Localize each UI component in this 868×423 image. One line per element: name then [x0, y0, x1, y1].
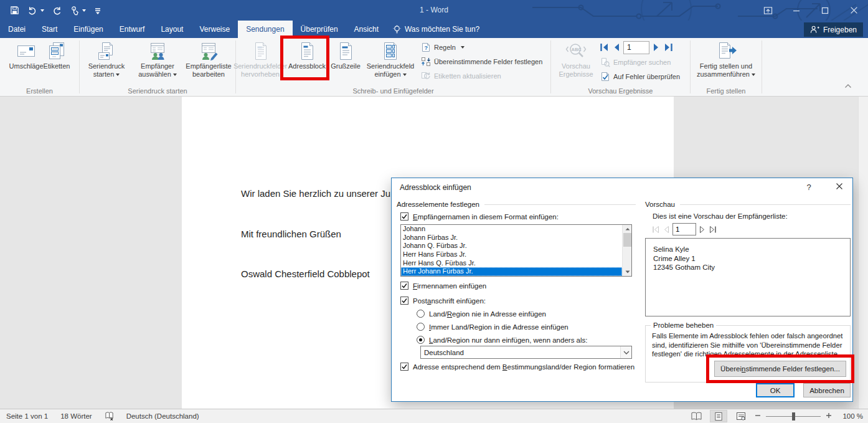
tab-entwurf[interactable]: Entwurf — [111, 21, 153, 38]
highlight-merge-fields-icon — [250, 40, 270, 62]
previous-record-icon[interactable] — [612, 42, 620, 52]
etiketten-button[interactable]: Etiketten — [44, 38, 70, 70]
list-item[interactable]: Johann Fürbas Jr. — [401, 234, 622, 242]
envelope-icon — [16, 40, 36, 62]
page-indicator[interactable]: Seite 1 von 1 — [6, 412, 48, 420]
list-item[interactable]: Johann Q. Fürbas Jr. — [401, 242, 622, 250]
uebereinstimmende-felder-festlegen-button[interactable]: Übereinstimmende Felder festlegen... — [714, 361, 846, 377]
ok-button[interactable]: OK — [756, 383, 795, 397]
zoom-slider[interactable] — [766, 410, 821, 422]
preview-record-input[interactable] — [672, 223, 696, 235]
customize-quick-access-button[interactable] — [94, 6, 101, 15]
tab-verweise[interactable]: Verweise — [191, 21, 238, 38]
radio-land-nie[interactable]: Land/Region nie in Adresse einfügen — [417, 310, 546, 318]
title-bar: 1 - Word — [0, 0, 868, 21]
close-button[interactable] — [839, 0, 868, 21]
dropdown-caret-icon — [752, 74, 755, 76]
etiketten-aktualisieren-button[interactable]: Etiketten aktualisieren — [419, 69, 544, 82]
next-record-icon[interactable] — [653, 42, 661, 52]
checkbox-firmennamen[interactable]: Firmennamen einfügen — [400, 282, 486, 290]
auf-fehler-ueberpruefen-button[interactable]: Auf Fehler überprüfen — [598, 70, 682, 83]
list-item-selected[interactable]: Herr Johann Fürbas Jr. — [401, 267, 622, 276]
seriendruck-starten-button[interactable]: Seriendruck starten — [80, 38, 133, 78]
cancel-button[interactable]: Abbrechen — [803, 383, 851, 397]
zoom-slider-handle[interactable] — [792, 412, 795, 421]
regeln-button[interactable]: ? Regeln — [419, 40, 544, 54]
touch-mode-button[interactable] — [70, 6, 86, 16]
tab-layout[interactable]: Layout — [153, 21, 191, 38]
last-record-icon[interactable] — [664, 42, 673, 52]
collapse-ribbon-button[interactable] — [844, 80, 852, 91]
radio-land-nur-dann[interactable]: Land/Region nur dann einfügen, wenn ande… — [417, 336, 587, 344]
previous-record-icon[interactable] — [663, 226, 669, 234]
ribbon-display-options-button[interactable] — [753, 0, 782, 21]
list-item[interactable]: Herr Hans Q. Fürbas Jr. — [401, 259, 622, 268]
web-layout-button[interactable] — [732, 410, 750, 422]
tell-me-box[interactable]: Was möchten Sie tun? — [387, 21, 486, 38]
empfaenger-suchen-button[interactable]: Empfänger suchen — [598, 55, 682, 69]
list-item[interactable]: Herr Hans Fürbas Jr. — [401, 250, 622, 259]
tab-datei[interactable]: Datei — [0, 21, 34, 38]
document-paragraph[interactable]: Wir laden Sie herzlich zu unserer Ju — [241, 188, 390, 199]
zoom-level[interactable]: 100 % — [837, 412, 863, 420]
umschlaege-button[interactable]: Umschläge — [9, 38, 44, 70]
empfaenger-auswaehlen-button[interactable]: Empfänger auswählen — [133, 38, 182, 78]
zoom-in-button[interactable] — [826, 412, 832, 420]
minimize-button[interactable] — [782, 0, 811, 21]
maximize-button[interactable] — [811, 0, 839, 21]
last-record-icon[interactable] — [709, 226, 717, 234]
word-count[interactable]: 18 Wörter — [60, 412, 92, 420]
country-dropdown[interactable]: Deutschland — [420, 346, 632, 359]
group-label-erstellen: Erstellen — [0, 87, 79, 95]
find-recipient-icon — [600, 57, 610, 67]
match-fields-icon — [421, 57, 431, 67]
uebereinstimmende-felder-button[interactable]: Übereinstimmende Felder festlegen — [419, 55, 544, 68]
vertical-scrollbar[interactable] — [858, 97, 868, 409]
checkbox-postanschrift[interactable]: Postanschrift einfügen: — [400, 297, 486, 305]
tab-ansicht[interactable]: Ansicht — [346, 21, 387, 38]
document-paragraph[interactable]: Mit freundlichen Grüßen — [241, 229, 341, 239]
proofing-status-icon[interactable] — [105, 411, 114, 422]
language-indicator[interactable]: Deutsch (Deutschland) — [126, 412, 199, 420]
first-record-icon[interactable] — [600, 42, 608, 52]
undo-button[interactable] — [27, 6, 44, 15]
dialog-close-button[interactable] — [834, 183, 845, 191]
record-number-input[interactable] — [623, 41, 649, 54]
seriendruckfeld-einfuegen-button[interactable]: Seriendruckfeld einfügen — [362, 38, 419, 78]
group-divider — [762, 40, 762, 93]
empfaengerliste-bearbeiten-button[interactable]: Empfängerliste bearbeiten — [182, 38, 235, 78]
section-vorschau: Vorschau — [645, 201, 851, 208]
vorschau-ergebnisse-button[interactable]: ABC Vorschau Ergebnisse — [554, 38, 598, 78]
scroll-up-icon[interactable] — [623, 225, 632, 233]
seriendruckfelder-hervorheben-button[interactable]: Seriendruckfelder hervorheben — [236, 38, 285, 78]
radio-land-immer[interactable]: Immer Land/Region in die Adresse einfüge… — [417, 323, 568, 331]
section-adresselemente: Adresselemente festlegen — [397, 201, 636, 208]
dialog-help-button[interactable]: ? — [804, 183, 814, 192]
read-mode-button[interactable] — [687, 410, 705, 422]
checkbox-empfaengernamen[interactable]: Empfängernamen in diesem Format einfügen… — [400, 212, 559, 221]
fertig-stellen-zusammenfuehren-button[interactable]: Fertig stellen und zusammenführen — [692, 38, 760, 78]
group-label-fertig-stellen: Fertig stellen — [691, 87, 762, 95]
maximize-icon — [821, 7, 829, 14]
share-button[interactable]: Freigeben — [804, 22, 863, 37]
scroll-down-icon[interactable] — [623, 268, 632, 276]
print-layout-button[interactable] — [710, 410, 727, 422]
zoom-out-button[interactable] — [755, 412, 761, 420]
scrollbar-thumb[interactable] — [623, 233, 631, 247]
listbox-scrollbar[interactable] — [622, 225, 631, 276]
name-format-listbox[interactable]: Johann Johann Fürbas Jr. Johann Q. Fürba… — [400, 224, 632, 277]
dialog-title-bar[interactable]: Adressblock einfügen ? — [392, 178, 852, 197]
document-paragraph[interactable]: Oswald Chesterfield Cobblepot — [241, 269, 370, 279]
next-record-icon[interactable] — [699, 226, 705, 234]
checkbox-checked-icon — [400, 297, 408, 305]
tab-einfuegen[interactable]: Einfügen — [65, 21, 111, 38]
save-button[interactable] — [10, 6, 19, 15]
first-record-icon[interactable] — [651, 226, 660, 234]
quick-access-toolbar — [10, 0, 101, 21]
redo-button[interactable] — [52, 6, 62, 15]
checkbox-adresse-formatieren[interactable]: Adresse entsprechend dem Bestimmungsland… — [400, 363, 634, 371]
grusszeile-button[interactable]: Grußzeile — [329, 38, 362, 70]
list-item[interactable]: Johann — [401, 225, 622, 234]
tab-start[interactable]: Start — [34, 21, 65, 38]
zoom-in-icon — [826, 412, 832, 419]
